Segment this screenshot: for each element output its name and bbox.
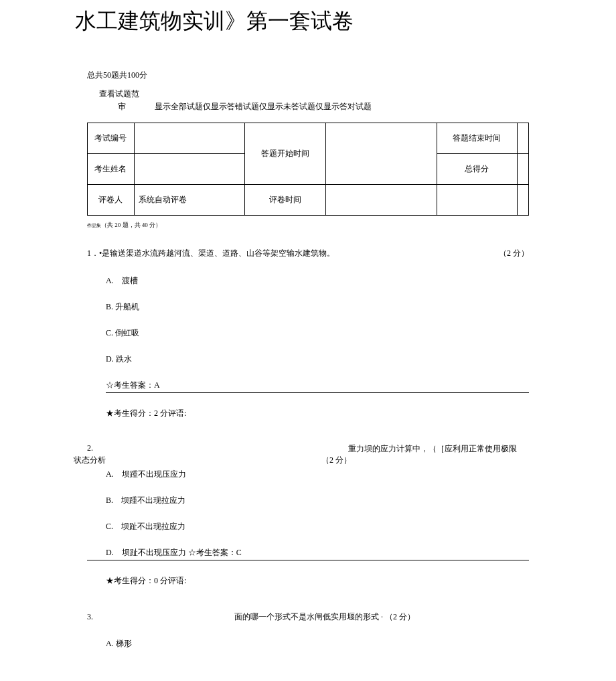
question-2: 2. 重力坝的应力计算中，（［应利用正常使用极限 状态分析 （2 分） A. 坝… [87, 443, 529, 587]
q1-option-a: A. 渡槽 [106, 275, 529, 287]
section-header: 作品集（共 20 题，共 40 分） [87, 221, 529, 230]
start-time-label: 答题开始时间 [245, 123, 326, 185]
page-title: 水工建筑物实训》第一套试卷 [0, 0, 616, 36]
question-1: 1．•是输送渠道水流跨越河流、渠道、道路、山谷等架空输水建筑物。 （2 分） A… [87, 247, 529, 419]
q2-points: （2 分） [321, 455, 352, 466]
q3-option-a: A. 梯形 [106, 638, 529, 650]
q2-state: 状态分析 [74, 455, 321, 466]
grader-value: 系统自动评卷 [134, 185, 244, 216]
content-area: 总共50题共100分 查看试题范 审 显示全部试题仅显示答错试题仅显示未答试题仅… [0, 36, 616, 650]
q2-option-d-text: D. 坝趾不出现压应力 ☆考生答案：C [106, 547, 242, 558]
review-block: 查看试题范 审 显示全部试题仅显示答错试题仅显示未答试题仅显示答对试题 [87, 88, 529, 113]
q1-option-b: B. 升船机 [106, 301, 529, 313]
grade-time-value [326, 185, 437, 216]
q2-number: 2. [87, 443, 106, 455]
end-time-value [518, 123, 529, 154]
total-score-label: 总得分 [437, 154, 518, 185]
end-time-label: 答题结束时间 [437, 123, 518, 154]
q2-options: A. 坝踵不出现压应力 B. 坝踵不出现拉应力 C. 坝趾不出现拉应力 [87, 469, 529, 532]
q1-stem-text: 1．•是输送渠道水流跨越河流、渠道、道路、山谷等架空输水建筑物。 [87, 247, 335, 260]
q2-score: ★考生得分：0 分评语: [87, 575, 529, 587]
q2-option-b: B. 坝踵不出现拉应力 [106, 495, 529, 506]
q1-option-c: C. 倒虹吸 [106, 327, 529, 339]
exam-id-label: 考试编号 [88, 123, 135, 154]
grader-label: 评卷人 [88, 185, 135, 216]
q1-points: （2 分） [499, 247, 529, 260]
name-label: 考生姓名 [88, 154, 135, 185]
grade-time-label: 评卷时间 [245, 185, 326, 216]
review-char: 审 [118, 102, 126, 111]
q3-stem: 3. 面的哪一个形式不是水闸低实用堰的形式 · （2 分） [87, 611, 529, 623]
summary-line: 总共50题共100分 [87, 70, 529, 81]
q2-option-a: A. 坝踵不出现压应力 [106, 469, 529, 480]
question-3: 3. 面的哪一个形式不是水闸低实用堰的形式 · （2 分） A. 梯形 [87, 611, 529, 650]
table-empty-cell-1 [437, 185, 518, 216]
review-line-2: 审 显示全部试题仅显示答错试题仅显示未答试题仅显示答对试题 [99, 100, 529, 113]
section-tiny-label: 作品集 [87, 223, 101, 228]
section-count: （共 20 题，共 40 分） [101, 222, 161, 228]
filter-options: 显示全部试题仅显示答错试题仅显示未答试题仅显示答对试题 [155, 102, 372, 111]
q1-options: A. 渡槽 B. 升船机 C. 倒虹吸 D. 跌水 [87, 275, 529, 365]
total-score-value [518, 154, 529, 185]
q3-stem-text: 面的哪一个形式不是水闸低实用堰的形式 · （2 分） [234, 611, 415, 623]
q1-score: ★考生得分：2 分评语: [87, 408, 529, 419]
name-value [134, 154, 244, 185]
q1-stem: 1．•是输送渠道水流跨越河流、渠道、道路、山谷等架空输水建筑物。 （2 分） [87, 247, 529, 260]
q3-number: 3. [87, 611, 234, 623]
q2-option-c: C. 坝趾不出现拉应力 [106, 521, 529, 532]
table-empty-cell-2 [518, 185, 529, 216]
start-time-value [326, 123, 437, 185]
review-line-1: 查看试题范 [99, 88, 529, 100]
q2-stem-right: 重力坝的应力计算中，（［应利用正常使用极限 [348, 443, 529, 455]
q1-answer: ☆考生答案：A [106, 380, 529, 393]
q1-option-d: D. 跌水 [106, 354, 529, 365]
q3-options: A. 梯形 [87, 638, 529, 650]
q2-mid-space [106, 443, 348, 455]
q2-stem-row1: 2. 重力坝的应力计算中，（［应利用正常使用极限 [87, 443, 529, 455]
q2-stem-row2: 状态分析 （2 分） [74, 455, 529, 466]
q2-option-d-answer: D. 坝趾不出现压应力 ☆考生答案：C [87, 547, 529, 560]
exam-info-table: 考试编号 答题开始时间 答题结束时间 考生姓名 总得分 评卷人 系统自动评卷 评… [87, 123, 529, 216]
exam-id-value [134, 123, 244, 154]
